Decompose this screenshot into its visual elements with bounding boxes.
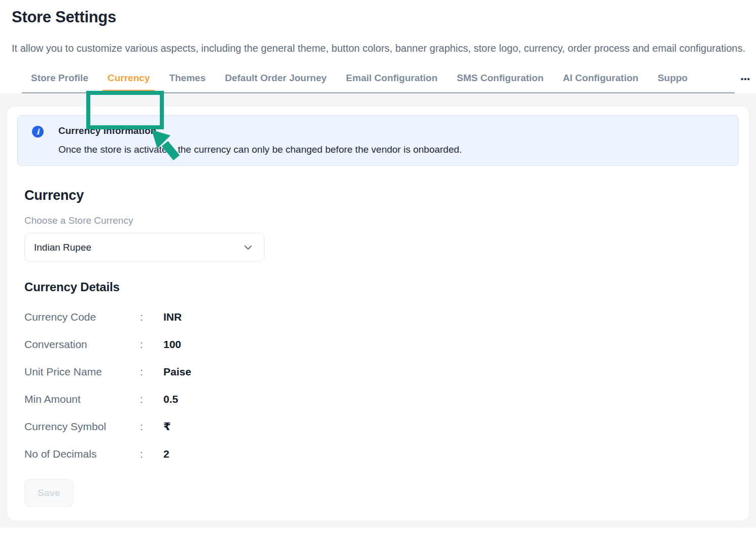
tab-sms-configuration[interactable]: SMS Configuration (457, 73, 543, 92)
detail-value: 100 (163, 338, 181, 351)
detail-label: Currency Symbol (24, 421, 140, 433)
detail-label: Min Amount (24, 393, 140, 405)
currency-select[interactable]: Indian Rupee (24, 233, 264, 262)
tab-default-order-journey[interactable]: Default Order Journey (225, 73, 327, 92)
currency-details-list: Currency Code : INR Conversation : 100 U… (24, 303, 739, 468)
info-banner-message: Once the store is activated, the currenc… (58, 144, 462, 155)
tab-email-configuration[interactable]: Email Configuration (346, 73, 438, 92)
tab-suppo[interactable]: Suppo (658, 73, 688, 92)
save-button[interactable]: Save (24, 479, 74, 507)
detail-separator: : (140, 448, 163, 460)
detail-separator: : (140, 421, 163, 433)
detail-label: Unit Price Name (24, 366, 140, 378)
detail-row: Unit Price Name : Paise (24, 358, 739, 386)
page-title: Store Settings (12, 8, 746, 26)
detail-value: 0.5 (163, 393, 178, 405)
info-banner: i Currency Information Once the store is… (17, 115, 739, 166)
detail-value: INR (163, 311, 182, 323)
detail-label: Conversation (24, 338, 140, 351)
detail-separator: : (140, 338, 163, 351)
ellipsis-icon: ••• (741, 75, 750, 83)
content-area: i Currency Information Once the store is… (0, 93, 756, 528)
page: Store Settings It allow you to customize… (0, 0, 756, 528)
currency-details-heading: Currency Details (24, 280, 739, 294)
info-banner-text: Currency Information Once the store is a… (58, 125, 462, 155)
detail-row: Min Amount : 0.5 (24, 386, 739, 413)
detail-separator: : (140, 311, 163, 323)
detail-value: Paise (163, 366, 191, 378)
detail-separator: : (140, 393, 163, 405)
detail-value: ₹ (163, 421, 171, 433)
detail-row: No of Decimals : 2 (24, 440, 739, 468)
info-banner-title: Currency Information (58, 125, 462, 136)
chevron-down-icon (243, 242, 253, 253)
detail-separator: : (140, 366, 163, 378)
info-icon: i (32, 126, 44, 137)
detail-value: 2 (163, 448, 169, 460)
settings-card: i Currency Information Once the store is… (7, 107, 749, 521)
page-description: It allow you to customize various aspect… (12, 38, 746, 59)
tab-bar: Store Profile Currency Themes Default Or… (12, 73, 746, 93)
header: Store Settings It allow you to customize… (0, 0, 756, 93)
tab-store-profile[interactable]: Store Profile (31, 73, 88, 92)
currency-select-value: Indian Rupee (34, 242, 91, 253)
tab-currency[interactable]: Currency (108, 73, 150, 92)
currency-select-label: Choose a Store Currency (24, 215, 739, 226)
more-tabs-button[interactable]: ••• (741, 73, 750, 86)
detail-label: Currency Code (24, 311, 140, 323)
currency-heading: Currency (24, 188, 739, 203)
detail-label: No of Decimals (24, 448, 140, 460)
tabs-nav: Store Profile Currency Themes Default Or… (22, 73, 735, 93)
detail-row: Conversation : 100 (24, 331, 739, 358)
detail-row: Currency Symbol : ₹ (24, 413, 739, 440)
tab-themes[interactable]: Themes (169, 73, 205, 92)
detail-row: Currency Code : INR (24, 303, 739, 331)
tab-ai-configuration[interactable]: AI Configuration (563, 73, 638, 92)
